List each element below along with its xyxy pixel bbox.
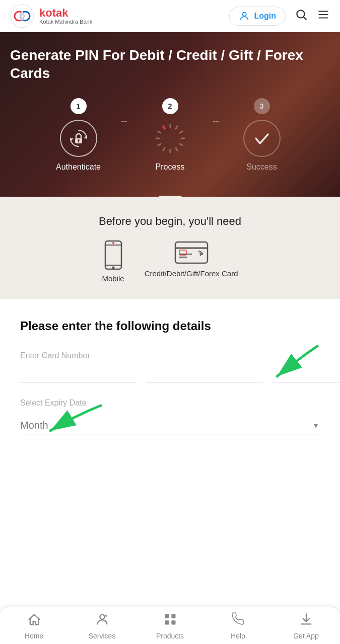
step-1-label: Authenticate (56, 163, 101, 172)
step-3-number: 3 (254, 98, 270, 114)
prereq-mobile-label: Mobile (102, 274, 124, 283)
svg-line-16 (176, 148, 177, 150)
step-2-number: 2 (162, 98, 178, 114)
logo-area: kotak Kotak Mahindra Bank (10, 4, 92, 28)
prereq-title: Before you begin, you'll need (10, 215, 330, 228)
svg-point-4 (243, 12, 246, 16)
svg-point-33 (199, 254, 201, 256)
svg-rect-41 (171, 620, 175, 624)
expiry-group: Select Expiry Date Month January Februar… (20, 398, 320, 435)
step-1-icon (58, 118, 99, 158)
bottom-navigation: Home Services Products (0, 607, 340, 644)
svg-line-19 (158, 144, 160, 145)
nav-products-label: Products (156, 632, 184, 640)
prereq-section: Before you begin, you'll need Mobile (0, 197, 340, 299)
mobile-phone-icon (102, 240, 124, 270)
card-number-label: Enter Card Number (20, 351, 320, 360)
credit-card-icon (174, 240, 209, 265)
user-icon (239, 11, 250, 22)
svg-marker-7 (71, 138, 74, 141)
nav-services[interactable]: Services (82, 612, 122, 640)
process-spinner-icon (152, 120, 189, 157)
step-3-icon (242, 118, 282, 158)
svg-marker-6 (84, 135, 87, 138)
logo-sub-name: Kotak Mahindra Bank (39, 19, 92, 25)
header-actions: Login (229, 7, 330, 26)
step-3: 3 Success (222, 98, 302, 172)
hero-banner: Generate PIN For Debit / Credit / Gift /… (0, 32, 340, 197)
card-segments (20, 365, 320, 382)
lock-refresh-icon (67, 127, 90, 149)
svg-rect-38 (165, 614, 169, 618)
logo-text: kotak Kotak Mahindra Bank (39, 8, 92, 25)
hamburger-menu-icon[interactable] (317, 8, 330, 24)
svg-rect-39 (171, 614, 175, 618)
nav-home[interactable]: Home (14, 612, 54, 640)
prereq-card: Credit/Debit/Gift/Forex Card (145, 240, 238, 278)
svg-point-36 (100, 615, 104, 619)
step-3-label: Success (246, 163, 277, 172)
step-1: 1 (38, 98, 119, 172)
card-segment-3[interactable] (272, 365, 340, 382)
logo-brand-name: kotak (39, 8, 92, 19)
bottom-spacer (0, 464, 340, 515)
nav-products[interactable]: Products (150, 612, 190, 640)
products-icon (163, 612, 177, 630)
card-segment-1[interactable] (20, 365, 137, 382)
month-select[interactable]: Month January February March April May J… (20, 416, 320, 435)
svg-line-18 (163, 148, 165, 150)
help-icon (231, 612, 245, 630)
svg-point-27 (112, 242, 114, 244)
step-connector-2: -- (211, 116, 222, 127)
card-segment-2[interactable] (146, 365, 263, 382)
svg-rect-10 (78, 141, 79, 142)
search-icon[interactable] (295, 8, 308, 24)
svg-line-21 (158, 131, 160, 133)
svg-point-26 (112, 266, 114, 269)
success-check-icon (251, 127, 273, 149)
get-app-icon (299, 612, 313, 630)
card-number-group: Enter Card Number (20, 351, 320, 382)
step-2-label: Process (156, 163, 185, 172)
step-2: 2 (130, 98, 211, 172)
expiry-label: Select Expiry Date (20, 398, 320, 408)
step-2-icon (150, 118, 190, 158)
svg-line-15 (180, 144, 182, 145)
form-title: Please enter the following details (20, 319, 320, 333)
step-1-number: 1 (71, 98, 87, 114)
prereq-items: Mobile Credit/Debit/Gift/Forex Card (10, 240, 330, 283)
app-header: kotak Kotak Mahindra Bank Login (0, 0, 340, 32)
svg-line-22 (163, 126, 165, 129)
svg-point-3 (20, 12, 24, 21)
form-section: Please enter the following details Enter… (0, 299, 340, 464)
nav-services-label: Services (89, 632, 116, 640)
svg-rect-28 (175, 242, 208, 263)
prereq-mobile: Mobile (102, 240, 124, 283)
login-button[interactable]: Login (229, 7, 286, 26)
prereq-card-label: Credit/Debit/Gift/Forex Card (145, 269, 238, 278)
home-icon (27, 612, 41, 630)
hero-down-arrow (158, 196, 182, 207)
nav-home-label: Home (25, 632, 43, 640)
month-select-wrap: Month January February March April May J… (20, 416, 320, 435)
services-icon (95, 612, 109, 630)
svg-line-13 (180, 131, 182, 133)
nav-help[interactable]: Help (218, 612, 258, 640)
step-connector-1: -- (119, 116, 130, 127)
hero-title: Generate PIN For Debit / Credit / Gift /… (10, 46, 330, 83)
svg-line-12 (176, 126, 177, 129)
nav-get-app[interactable]: Get App (286, 612, 326, 640)
nav-help-label: Help (231, 632, 245, 640)
kotak-logo-icon (10, 4, 34, 28)
steps-progress: 1 (10, 98, 330, 172)
svg-rect-40 (165, 620, 169, 624)
nav-get-app-label: Get App (293, 632, 319, 640)
